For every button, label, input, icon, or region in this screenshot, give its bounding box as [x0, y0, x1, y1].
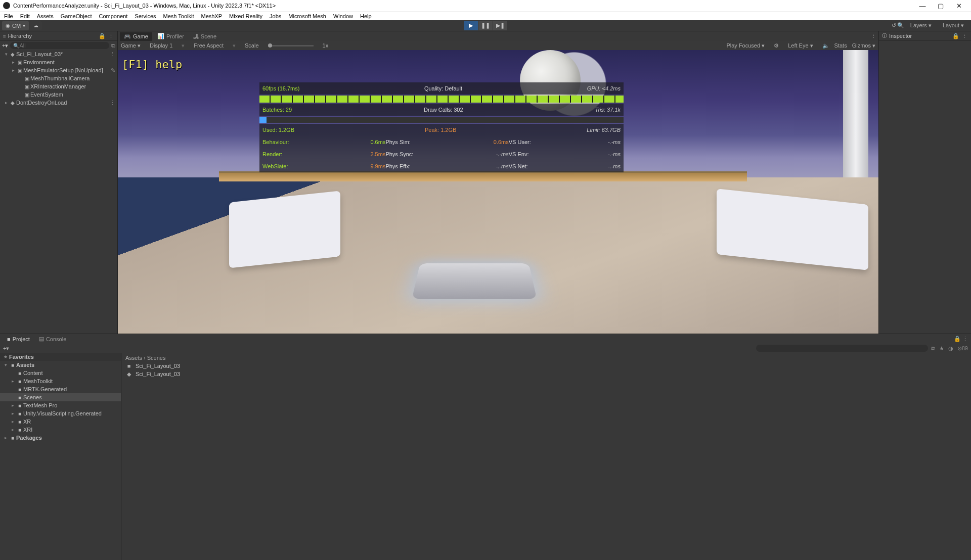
scene-rail-decor — [219, 171, 747, 181]
search-global-icon[interactable]: 🔍 — [897, 22, 904, 29]
hud-mem-bar — [259, 117, 624, 123]
eye-dropdown[interactable]: Left Eye ▾ — [788, 42, 813, 49]
game-viewport[interactable]: [F1] help 60fps (16.7ms)Quality: Default… — [118, 50, 878, 334]
undo-history-icon[interactable]: ↺ — [892, 22, 896, 29]
menu-assets[interactable]: Assets — [37, 13, 54, 19]
stats-toggle[interactable]: Stats — [834, 42, 847, 49]
project-content[interactable]: Assets › Scenes ■Sci_Fi_Layout_03◆Sci_Fi… — [121, 353, 971, 560]
expand-arrow-icon[interactable]: ▸ — [2, 435, 9, 440]
folder-icon: ■ — [9, 435, 16, 441]
display-dropdown[interactable]: Display 1 — [150, 42, 172, 49]
tab-scene[interactable]: 🏞 Scene — [189, 32, 220, 40]
hierarchy-options-icon[interactable]: 🔒 ⋮ — [99, 33, 114, 39]
item-trailing-icon[interactable]: ⋮ — [110, 100, 117, 106]
project-lock-icon[interactable]: 🔒 ⋮ — [954, 336, 968, 342]
project-tree-item[interactable]: ▸■MeshToolkit — [0, 377, 121, 385]
menu-edit[interactable]: Edit — [20, 13, 30, 19]
expand-arrow-icon[interactable]: ▸ — [3, 100, 9, 105]
scale-slider[interactable] — [268, 45, 314, 46]
project-tree-item[interactable]: ▸■Packages — [0, 434, 121, 442]
project-tree-item[interactable]: ▸■Unity.VisualScripting.Generated — [0, 409, 121, 417]
cloud-button[interactable]: ☁ — [30, 21, 42, 30]
menu-file[interactable]: File — [4, 13, 13, 19]
pause-button[interactable]: ❚❚ — [478, 21, 493, 30]
tab-profiler[interactable]: 📊 Profiler — [153, 32, 188, 40]
project-asset-item[interactable]: ◆Sci_Fi_Layout_03 — [125, 370, 967, 378]
menu-component[interactable]: Component — [99, 13, 127, 19]
project-tree-item[interactable]: ■Content — [0, 369, 121, 377]
maximize-button[interactable]: ▢ — [932, 0, 950, 11]
expand-arrow-icon[interactable]: ▸ — [9, 379, 16, 384]
expand-arrow-icon[interactable]: ▸ — [9, 411, 16, 416]
item-trailing-icon[interactable]: ✎ — [111, 67, 117, 74]
menu-gameobject[interactable]: GameObject — [61, 13, 92, 19]
menu-services[interactable]: Services — [135, 13, 156, 19]
tab-game[interactable]: 🎮 Game — [120, 32, 152, 41]
layers-dropdown[interactable]: Layers ▾ — [905, 22, 937, 29]
play-focused-dropdown[interactable]: Play Focused ▾ — [726, 42, 765, 49]
project-tree-item[interactable]: ▾■Assets — [0, 361, 121, 369]
gizmos-dropdown[interactable]: Gizmos ▾ — [852, 42, 875, 49]
hierarchy-tab[interactable]: ≡ Hierarchy 🔒 ⋮ — [0, 31, 117, 41]
menu-help[interactable]: Help — [360, 13, 372, 19]
search-by-label-icon[interactable]: ★ — [939, 345, 944, 352]
hierarchy-item[interactable]: ▣EventSystem — [0, 90, 117, 99]
aspect-dropdown[interactable]: Free Aspect — [194, 42, 224, 49]
scale-value: 1x — [323, 42, 329, 49]
menu-mesh-toolkit[interactable]: Mesh Toolkit — [163, 13, 194, 19]
view-options-icon[interactable]: ⋮ — [871, 33, 876, 39]
game-mode-dropdown[interactable]: Game ▾ — [121, 42, 141, 49]
tab-console[interactable]: ▤ Console — [35, 335, 70, 343]
project-tree-item[interactable]: ▸■XR — [0, 417, 121, 426]
expand-arrow-icon[interactable]: ▸ — [10, 68, 16, 73]
mute-audio-icon[interactable]: 🔈 — [822, 42, 829, 49]
hud-help-text: [F1] help — [122, 58, 182, 71]
hierarchy-item[interactable]: ▸◆DontDestroyOnLoad⋮ — [0, 99, 117, 107]
menu-jobs[interactable]: Jobs — [270, 13, 281, 19]
asset-label: Sci_Fi_Layout_03 — [136, 363, 180, 369]
project-search[interactable] — [756, 345, 928, 352]
play-button[interactable]: ▶ — [464, 21, 478, 30]
expand-arrow-icon[interactable]: ▾ — [2, 362, 9, 367]
menu-mixed-reality[interactable]: Mixed Reality — [229, 13, 262, 19]
tab-project[interactable]: ■ Project — [3, 335, 34, 343]
minimize-button[interactable]: — — [913, 0, 932, 11]
project-tree-item[interactable]: ▸■XRI — [0, 426, 121, 434]
expand-arrow-icon[interactable]: ▸ — [9, 403, 16, 408]
menu-microsoft-mesh[interactable]: Microsoft Mesh — [288, 13, 326, 19]
search-by-type-icon[interactable]: ⧉ — [931, 345, 935, 352]
account-dropdown[interactable]: ◉ CM▾ — [2, 21, 29, 30]
hierarchy-search[interactable]: 🔍 All — [10, 42, 109, 49]
hidden-packages-icon[interactable]: ◑ — [948, 345, 953, 352]
hierarchy-item[interactable]: ▣XRInteractionManager — [0, 82, 117, 90]
project-asset-item[interactable]: ■Sci_Fi_Layout_03 — [125, 362, 967, 370]
project-tree-item[interactable]: ■Scenes — [0, 393, 121, 401]
hierarchy-item[interactable]: ▸▣Environment — [0, 58, 117, 66]
expand-arrow-icon[interactable]: ▸ — [10, 60, 16, 65]
hierarchy-item[interactable]: ▸▣MeshEmulatorSetup [NoUpload]✎ — [0, 66, 117, 74]
item-trailing-icon[interactable]: ⋮ — [110, 51, 117, 58]
inspector-options-icon[interactable]: 🔒 ⋮ — [952, 33, 968, 39]
vr-gear-icon[interactable]: ⚙ — [774, 42, 779, 49]
expand-arrow-icon[interactable]: ▸ — [9, 419, 16, 424]
expand-arrow-icon[interactable]: ▸ — [9, 427, 16, 432]
close-button[interactable]: ✕ — [950, 0, 968, 11]
project-tree-item[interactable]: ■MRTK.Generated — [0, 385, 121, 393]
hierarchy-filter-icon[interactable]: ⧉ — [111, 42, 115, 49]
window-title: ContentPerformanceAnalyzer.unity - Sci_F… — [13, 3, 276, 9]
hierarchy-item[interactable]: ▣MeshThumbnailCamera — [0, 74, 117, 82]
project-tree-label: Scenes — [23, 394, 42, 400]
project-tree[interactable]: ★Favorites ▾■Assets■Content▸■MeshToolkit… — [0, 353, 121, 560]
project-breadcrumb[interactable]: Assets › Scenes — [125, 355, 967, 361]
menu-window[interactable]: Window — [333, 13, 353, 19]
create-dropdown[interactable]: +▾ — [2, 42, 8, 49]
expand-arrow-icon[interactable]: ▾ — [3, 52, 9, 57]
inspector-tab[interactable]: ⓘ Inspector 🔒 ⋮ — [879, 31, 971, 41]
hierarchy-item[interactable]: ▾◆Sci_Fi_Layout_03*⋮ — [0, 50, 117, 58]
project-tree-item[interactable]: ▸■TextMesh Pro — [0, 401, 121, 409]
project-create-dropdown[interactable]: +▾ — [3, 345, 9, 352]
layout-dropdown[interactable]: Layout ▾ — [938, 22, 969, 29]
step-button[interactable]: ▶❚ — [493, 21, 507, 30]
menu-meshxp[interactable]: MeshXP — [201, 13, 222, 19]
scale-label: Scale — [245, 42, 259, 49]
